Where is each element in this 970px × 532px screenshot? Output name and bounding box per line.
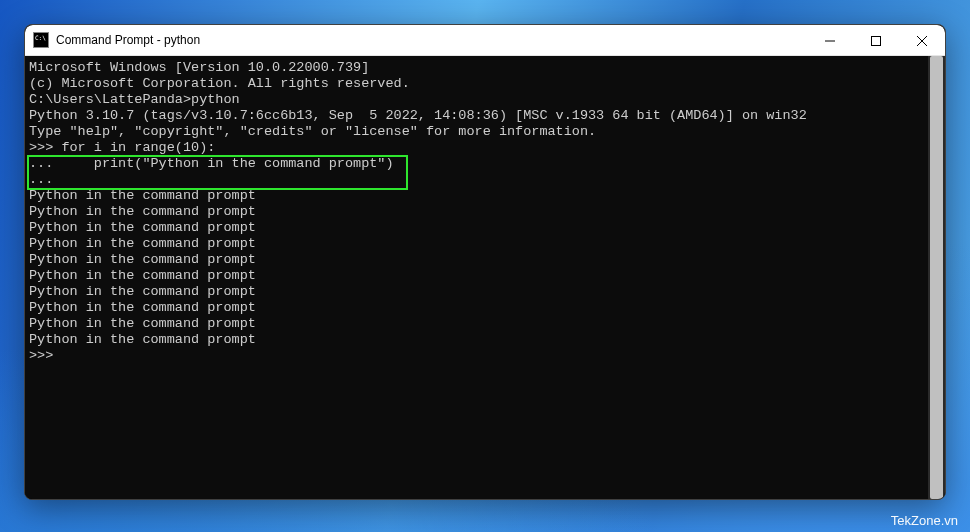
command-prompt-window: Command Prompt - python Microsoft Window… — [24, 24, 946, 500]
terminal-line: Python in the command prompt — [29, 236, 927, 252]
terminal-line: Microsoft Windows [Version 10.0.22000.73… — [29, 60, 927, 76]
terminal-line: Python in the command prompt — [29, 284, 927, 300]
maximize-icon — [871, 36, 881, 46]
scrollbar-track[interactable] — [928, 56, 945, 499]
terminal-line: Python in the command prompt — [29, 300, 927, 316]
title-left: Command Prompt - python — [25, 32, 200, 48]
close-button[interactable] — [899, 25, 945, 56]
terminal-line: Python in the command prompt — [29, 252, 927, 268]
terminal-line: Python in the command prompt — [29, 316, 927, 332]
terminal-line: ... print("Python in the command prompt"… — [29, 156, 927, 172]
scrollbar-thumb[interactable] — [930, 56, 943, 499]
terminal-line: >>> for i in range(10): — [29, 140, 927, 156]
terminal-line: C:\Users\LattePanda>python — [29, 92, 927, 108]
watermark-text: TekZone.vn — [891, 513, 958, 528]
terminal-line: ... — [29, 172, 927, 188]
terminal-output: Microsoft Windows [Version 10.0.22000.73… — [29, 60, 927, 499]
terminal-area[interactable]: Microsoft Windows [Version 10.0.22000.73… — [25, 56, 945, 499]
minimize-button[interactable] — [807, 25, 853, 56]
window-title: Command Prompt - python — [56, 33, 200, 47]
terminal-line: Python in the command prompt — [29, 204, 927, 220]
terminal-line: Python in the command prompt — [29, 268, 927, 284]
terminal-line: Type "help", "copyright", "credits" or "… — [29, 124, 927, 140]
svg-rect-0 — [872, 36, 881, 45]
terminal-line: Python in the command prompt — [29, 220, 927, 236]
close-icon — [917, 36, 927, 46]
terminal-line: Python 3.10.7 (tags/v3.10.7:6cc6b13, Sep… — [29, 108, 927, 124]
maximize-button[interactable] — [853, 25, 899, 56]
terminal-line: (c) Microsoft Corporation. All rights re… — [29, 76, 927, 92]
terminal-line: Python in the command prompt — [29, 332, 927, 348]
cmd-icon — [33, 32, 49, 48]
terminal-line: Python in the command prompt — [29, 188, 927, 204]
terminal-line: >>> — [29, 348, 927, 364]
titlebar[interactable]: Command Prompt - python — [25, 25, 945, 56]
window-controls — [807, 25, 945, 55]
minimize-icon — [825, 36, 835, 46]
